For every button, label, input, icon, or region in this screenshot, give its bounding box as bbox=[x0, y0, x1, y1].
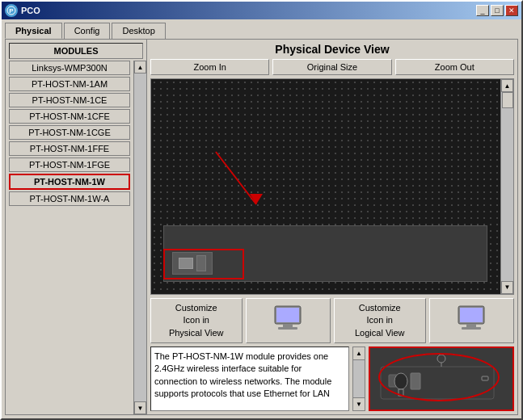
svg-rect-5 bbox=[276, 308, 299, 322]
modules-scrollbar[interactable]: ▲ ▼ bbox=[133, 61, 146, 414]
tab-physical[interactable]: Physical bbox=[5, 23, 62, 39]
computer-icon-svg bbox=[268, 304, 307, 337]
logical-computer-icon-svg bbox=[452, 304, 491, 337]
original-size-button[interactable]: Original Size bbox=[272, 59, 391, 75]
right-panel: Physical Device View Zoom In Original Si… bbox=[147, 40, 517, 414]
scroll-track bbox=[134, 74, 146, 401]
desc-scroll-down[interactable]: ▼ bbox=[353, 397, 365, 410]
logical-icon-preview[interactable] bbox=[429, 298, 515, 343]
desc-scrollbar[interactable]: ▲ ▼ bbox=[352, 346, 365, 411]
module-item[interactable]: Linksys-WMP300N bbox=[9, 61, 130, 75]
zoom-in-button[interactable]: Zoom In bbox=[150, 59, 269, 75]
modules-container: Linksys-WMP300N PT-HOST-NM-1AM PT-HOST-N… bbox=[6, 61, 146, 414]
bottom-section: The PT-HOST-NM-1W module provides one 2.… bbox=[150, 346, 514, 411]
window-title: PCO bbox=[21, 6, 40, 15]
modules-panel: MODULES Linksys-WMP300N PT-HOST-NM-1AM P… bbox=[6, 40, 147, 414]
desc-scroll-up[interactable]: ▲ bbox=[353, 347, 365, 360]
tab-desktop[interactable]: Desktop bbox=[112, 23, 165, 39]
scroll-up-button[interactable]: ▲ bbox=[501, 79, 513, 92]
scroll-down-button[interactable]: ▼ bbox=[501, 281, 513, 294]
module-item[interactable]: PT-HOST-NM-1W-A bbox=[9, 191, 130, 206]
zoom-bar: Zoom In Original Size Zoom Out bbox=[150, 59, 514, 75]
customize-logical-button[interactable]: Customize Icon in Logical View bbox=[334, 298, 426, 343]
svg-rect-7 bbox=[278, 327, 297, 330]
tab-config[interactable]: Config bbox=[64, 23, 111, 39]
scroll-thumb[interactable] bbox=[502, 92, 513, 108]
desc-scroll-track bbox=[353, 360, 365, 397]
module-item[interactable]: PT-HOST-NM-1FFE bbox=[9, 141, 130, 156]
module-item-selected[interactable]: PT-HOST-NM-1W bbox=[9, 174, 130, 190]
title-buttons: _ □ ✕ bbox=[476, 5, 518, 16]
close-button[interactable]: ✕ bbox=[505, 5, 518, 16]
device-view: ▲ ▼ bbox=[150, 78, 514, 295]
module-item[interactable]: PT-HOST-NM-1FGE bbox=[9, 158, 130, 172]
red-circle-overlay bbox=[378, 353, 500, 401]
customize-physical-button[interactable]: Customize Icon in Physical View bbox=[150, 298, 243, 343]
customize-bar: Customize Icon in Physical View Customiz… bbox=[150, 298, 514, 343]
physical-device-title: Physical Device View bbox=[150, 43, 514, 56]
title-bar: P PCO _ □ ✕ bbox=[2, 2, 521, 19]
module-item[interactable]: PT-HOST-NM-1CGE bbox=[9, 125, 130, 140]
app-icon: P bbox=[5, 4, 18, 17]
svg-rect-9 bbox=[460, 308, 483, 322]
svg-rect-11 bbox=[462, 327, 481, 330]
description-box: The PT-HOST-NM-1W module provides one 2.… bbox=[150, 346, 349, 411]
module-item[interactable]: PT-HOST-NM-1CE bbox=[9, 93, 130, 107]
modules-list: Linksys-WMP300N PT-HOST-NM-1AM PT-HOST-N… bbox=[6, 61, 133, 414]
zoom-out-button[interactable]: Zoom Out bbox=[395, 59, 514, 75]
physical-icon-preview[interactable] bbox=[246, 298, 331, 343]
title-bar-left: P PCO bbox=[5, 4, 40, 17]
tab-bar: Physical Config Desktop bbox=[2, 19, 521, 39]
main-window: P PCO _ □ ✕ Physical Config Desktop MODU… bbox=[0, 0, 523, 420]
scroll-down-button[interactable]: ▼ bbox=[134, 401, 146, 414]
minimize-button[interactable]: _ bbox=[476, 5, 489, 16]
description-text: The PT-HOST-NM-1W module provides one 2.… bbox=[154, 351, 331, 398]
main-content: MODULES Linksys-WMP300N PT-HOST-NM-1AM P… bbox=[5, 39, 518, 415]
svg-text:P: P bbox=[9, 7, 14, 15]
module-item[interactable]: PT-HOST-NM-1AM bbox=[9, 77, 130, 91]
module-item[interactable]: PT-HOST-NM-1CFE bbox=[9, 109, 130, 124]
modules-header: MODULES bbox=[9, 43, 143, 59]
svg-rect-10 bbox=[466, 324, 476, 327]
device-preview bbox=[369, 346, 514, 411]
maximize-button[interactable]: □ bbox=[491, 5, 504, 16]
svg-rect-6 bbox=[283, 324, 293, 327]
device-view-scrollbar[interactable]: ▲ ▼ bbox=[500, 79, 513, 294]
scroll-track bbox=[501, 92, 513, 281]
red-highlight-box bbox=[163, 249, 244, 279]
scroll-up-button[interactable]: ▲ bbox=[134, 61, 146, 74]
